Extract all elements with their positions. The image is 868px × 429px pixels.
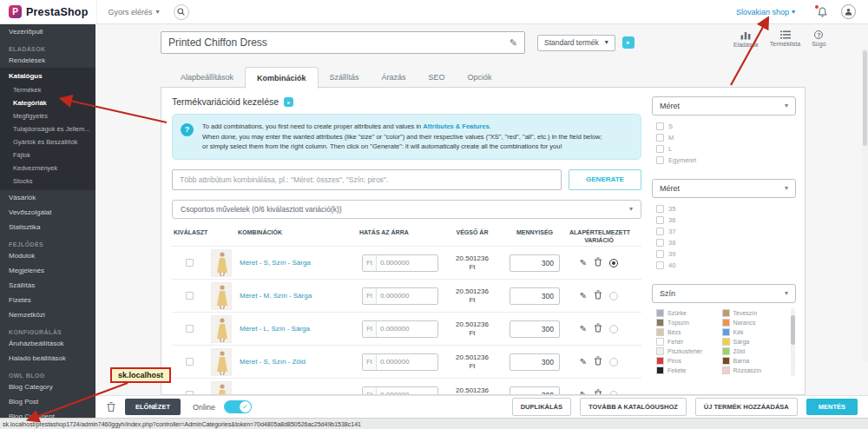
- row-select-checkbox[interactable]: [186, 325, 194, 333]
- attribute-option[interactable]: S: [656, 121, 794, 132]
- quantity-input[interactable]: [510, 287, 560, 305]
- price-impact-input[interactable]: [377, 288, 437, 304]
- sidebar-item-discounts[interactable]: Kedvezmények: [0, 162, 95, 175]
- sidebar-item-dashboard[interactable]: Vezérlőpult: [0, 24, 95, 39]
- edit-combination-button[interactable]: ✎: [580, 259, 587, 267]
- sidebar-item-modules[interactable]: Modulok: [0, 248, 95, 263]
- add-new-product-button[interactable]: ÚJ TERMÉK HOZZÁADÁSA: [695, 398, 798, 416]
- attribute-option[interactable]: M: [656, 132, 794, 143]
- attribute-option[interactable]: 40: [656, 260, 794, 271]
- color-option[interactable]: Zöld: [722, 347, 786, 355]
- sidebar-item-stats[interactable]: Statisztika: [0, 220, 95, 234]
- notifications-button[interactable]: [818, 7, 827, 17]
- price-impact-input[interactable]: [377, 255, 437, 271]
- product-type-info-icon[interactable]: ▸: [622, 36, 635, 49]
- quantity-input[interactable]: [510, 320, 560, 338]
- price-impact-input[interactable]: [377, 321, 437, 337]
- sidebar-item-products[interactable]: Termékek: [0, 83, 95, 96]
- shop-link[interactable]: Slovakian shop ▾: [736, 8, 795, 16]
- sidebar-item-customers[interactable]: Vásárlók: [0, 190, 95, 205]
- sidebar-item-attributes-features[interactable]: Tulajdonságok és Jellem...: [0, 122, 95, 135]
- tab-pricing[interactable]: Árazás: [371, 67, 418, 88]
- sidebar-item-shipping[interactable]: Szállítás: [0, 278, 95, 293]
- combination-link[interactable]: Méret - S, Szín - Zöld: [240, 358, 306, 366]
- default-variant-radio[interactable]: [609, 358, 618, 366]
- user-menu[interactable]: [841, 4, 856, 19]
- option-checkbox[interactable]: [656, 216, 664, 224]
- sales-stats-button[interactable]: Eladások: [733, 30, 759, 48]
- default-variant-radio[interactable]: [609, 259, 618, 267]
- attribute-option[interactable]: Egyméret: [656, 155, 794, 166]
- option-checkbox[interactable]: [656, 205, 664, 213]
- sidebar-item-blog-category[interactable]: Blog Category: [0, 380, 95, 394]
- sidebar-item-monitoring[interactable]: Megfigyelés: [0, 109, 95, 122]
- attribute-option[interactable]: 39: [656, 248, 794, 260]
- help-button[interactable]: ? Súgó: [812, 30, 825, 48]
- edit-combination-button[interactable]: ✎: [580, 358, 587, 366]
- color-option[interactable]: Teveszín: [722, 309, 786, 317]
- sidebar-item-advanced-parameters[interactable]: Haladó beállítások: [0, 351, 95, 366]
- product-name-field[interactable]: ✎: [161, 31, 525, 54]
- bulk-actions-toggle[interactable]: Csoportos műveletek (0/6 kiválasztott va…: [172, 200, 641, 219]
- color-option[interactable]: Fekete: [656, 366, 720, 374]
- sidebar-item-brands-suppliers[interactable]: Gyártók és Beszállítók: [0, 135, 95, 148]
- preview-button[interactable]: ELŐNÉZET: [125, 399, 181, 415]
- delete-combination-button[interactable]: [594, 290, 602, 301]
- delete-product-button[interactable]: [106, 401, 116, 412]
- row-select-checkbox[interactable]: [186, 259, 194, 267]
- page-scrollbar[interactable]: [862, 49, 868, 361]
- color-option[interactable]: Fehér: [656, 338, 720, 346]
- duplicate-button[interactable]: DUPLIKÁLÁS: [512, 398, 571, 416]
- attribute-option[interactable]: 36: [656, 214, 794, 226]
- product-list-button[interactable]: Terméklista: [770, 30, 800, 48]
- delete-combination-button[interactable]: [594, 323, 602, 334]
- generate-button[interactable]: GENERATE: [569, 169, 641, 190]
- price-impact-input[interactable]: [377, 354, 437, 370]
- product-name-input[interactable]: [168, 36, 510, 49]
- tab-shipping[interactable]: Szállítás: [319, 67, 371, 88]
- edit-name-icon[interactable]: ✎: [510, 37, 517, 49]
- option-checkbox[interactable]: [656, 261, 664, 269]
- color-option[interactable]: Sárga: [722, 338, 786, 346]
- color-option[interactable]: Narancs: [722, 319, 786, 327]
- attribute-group-color[interactable]: Szín ▾: [652, 284, 796, 303]
- quantity-input[interactable]: [510, 386, 560, 395]
- tab-options[interactable]: Opciók: [457, 67, 503, 88]
- attributes-features-link[interactable]: Attributes & Features: [423, 122, 489, 130]
- sidebar-item-files[interactable]: Fájlok: [0, 148, 95, 162]
- prestashop-logo[interactable]: P PrestaShop: [0, 0, 96, 23]
- color-option[interactable]: Kék: [722, 328, 786, 336]
- combination-attributes-input[interactable]: [172, 169, 562, 190]
- price-impact-field[interactable]: Ft: [362, 254, 438, 272]
- default-variant-radio[interactable]: [609, 292, 618, 300]
- attribute-option[interactable]: 38: [656, 237, 794, 248]
- sidebar-item-payment[interactable]: Fizetés: [0, 293, 95, 307]
- price-impact-field[interactable]: Ft: [362, 353, 438, 371]
- color-list-scrollbar[interactable]: [791, 308, 795, 376]
- quantity-input[interactable]: [510, 254, 560, 272]
- combination-link[interactable]: Méret - M, Szín - Sárga: [240, 292, 312, 300]
- option-checkbox[interactable]: [656, 228, 664, 235]
- modules-recommendation-icon[interactable]: ▸: [284, 97, 293, 107]
- option-checkbox[interactable]: [656, 134, 664, 142]
- online-toggle[interactable]: ✓: [224, 400, 252, 413]
- sidebar-item-customer-service[interactable]: Vevőszolgálat: [0, 205, 95, 220]
- combination-link[interactable]: Méret - L, Szín - Sárga: [240, 325, 310, 333]
- price-impact-input[interactable]: [377, 387, 437, 395]
- tab-seo[interactable]: SEO: [418, 67, 457, 88]
- sidebar-item-stocks[interactable]: Stocks: [0, 175, 95, 188]
- sidebar-item-orders[interactable]: Rendelések: [0, 53, 95, 68]
- search-button[interactable]: [174, 4, 189, 20]
- row-select-checkbox[interactable]: [186, 358, 194, 366]
- default-variant-radio[interactable]: [609, 325, 618, 333]
- go-to-catalog-button[interactable]: TOVÁBB A KATALÓGUSHOZ: [580, 398, 687, 416]
- product-type-select[interactable]: Standard termék ▾: [537, 35, 615, 51]
- color-option[interactable]: Bézs: [656, 328, 720, 336]
- color-option[interactable]: Szürke: [656, 309, 720, 317]
- tab-basic-settings[interactable]: Alapbeállítások: [169, 67, 245, 88]
- sidebar-item-shop-parameters[interactable]: Áruházbeállítások: [0, 336, 95, 351]
- quantity-input[interactable]: [510, 353, 560, 371]
- color-option[interactable]: Tópszín: [656, 319, 720, 327]
- option-checkbox[interactable]: [656, 239, 664, 247]
- attribute-group-shoe-size[interactable]: Méret ▾: [652, 179, 796, 198]
